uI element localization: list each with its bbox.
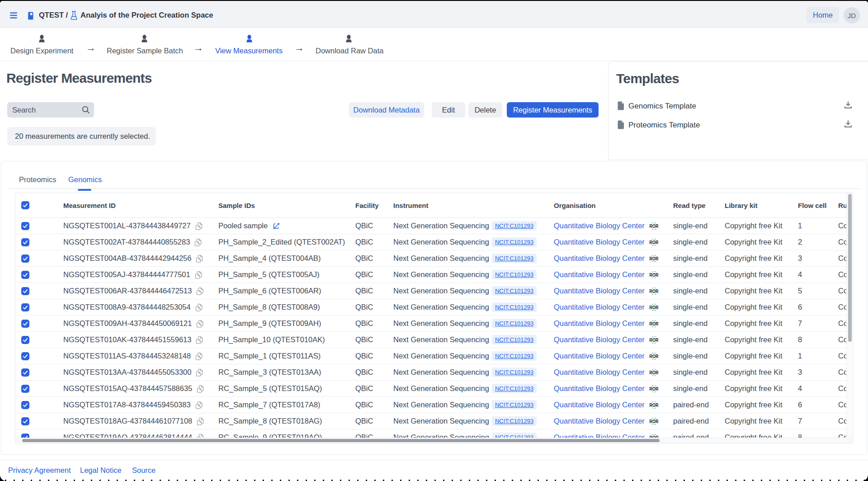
- svg-text:ROR: ROR: [649, 354, 658, 359]
- svg-text:ROR: ROR: [649, 386, 658, 391]
- svg-text:ROR: ROR: [649, 288, 658, 294]
- svg-text:ROR: ROR: [649, 419, 658, 424]
- svg-text:ROR: ROR: [649, 240, 658, 245]
- svg-text:ROR: ROR: [649, 402, 658, 408]
- svg-text:ROR: ROR: [649, 370, 658, 375]
- svg-text:ROR: ROR: [649, 337, 658, 343]
- svg-text:ROR: ROR: [649, 256, 658, 261]
- svg-text:ROR: ROR: [649, 272, 658, 278]
- svg-text:ROR: ROR: [649, 321, 658, 326]
- svg-text:ROR: ROR: [649, 305, 658, 310]
- svg-text:ROR: ROR: [649, 223, 658, 229]
